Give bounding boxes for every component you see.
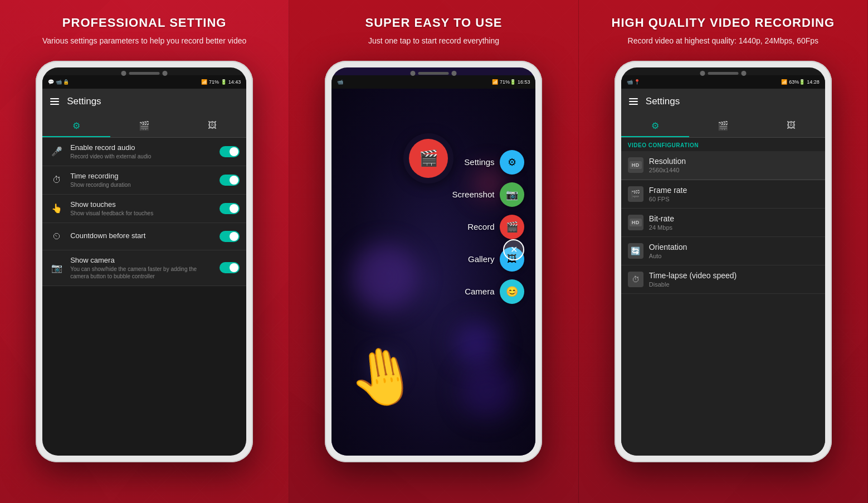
config-bitrate[interactable]: HD Bit-rate 24 Mbps (621, 209, 825, 237)
framerate-icon: 🎬 (628, 186, 643, 202)
phone-3-inner: 📹 📍 📶 63%🔋 14:28 (621, 67, 825, 456)
status-icons-2: 📹 (337, 79, 343, 85)
phone-3-wrapper: 📹 📍 📶 63%🔋 14:28 (615, 58, 832, 503)
hamburger-line-3c (629, 104, 638, 105)
panel-easy: SUPER EASY TO USE Just one tap to start … (289, 0, 578, 503)
panel-3-title: HIGH QUALITY VIDEO RECORDING (612, 16, 835, 30)
touches-text: Show touches Show visual feedback for to… (70, 200, 214, 217)
time-2: 16:53 (518, 79, 530, 85)
panel-1-header: PROFESSIONAL SETTING Various settings pa… (26, 0, 263, 58)
orientation-value: Auto (649, 253, 818, 259)
phone-1-top-deco (121, 71, 168, 76)
touches-name: Show touches (70, 200, 214, 209)
resolution-value: 2560x1440 (649, 167, 818, 173)
resolution-text: Resolution 2560x1440 (649, 157, 818, 173)
panel-quality: HIGH QUALITY VIDEO RECORDING Record vide… (579, 0, 868, 503)
video-config-section: VIDEO CONFIGURATION HD Resolution 2560x1… (621, 138, 825, 456)
tab-video[interactable]: 🎬 (110, 114, 178, 137)
orientation-icon-glyph: 🔄 (631, 246, 640, 255)
framerate-name: Frame rate (649, 186, 818, 195)
main-record-fab[interactable]: 🎬 (403, 133, 453, 183)
settings-list-1: 🎤 Enable record audio Record video with … (42, 138, 246, 286)
phone-2-top-deco (411, 71, 457, 76)
time-desc: Show recording duration (70, 181, 214, 188)
phone-3-dot-left (700, 71, 705, 76)
bitrate-value: 24 Mbps (649, 224, 818, 231)
fab-settings-btn[interactable]: ⚙ (500, 150, 524, 175)
countdown-toggle[interactable] (220, 231, 240, 242)
fab-camera-row: Camera 😊 (465, 279, 524, 304)
framerate-text: Frame rate 60 FPS (649, 186, 818, 202)
main-record-icon: 🎬 (419, 149, 438, 167)
fab-gallery-label: Gallery (468, 254, 495, 264)
wifi-icon-3: 📶 (781, 79, 787, 85)
audio-toggle[interactable] (220, 146, 240, 157)
hamburger-icon-1[interactable] (50, 98, 59, 105)
phone-3-top-deco (700, 71, 746, 76)
panel-1-subtitle: Various settings parameters to help you … (42, 36, 246, 47)
config-orientation[interactable]: 🔄 Orientation Auto (621, 237, 825, 265)
tab-general-3[interactable]: ⚙ (621, 114, 689, 137)
tab-gear-icon: ⚙ (72, 120, 80, 131)
bitrate-icon: HD (628, 215, 643, 230)
battery-1: 71% 🔋 (209, 79, 227, 85)
timelapse-value: Disable (649, 281, 818, 288)
fab-screenshot-btn[interactable]: 📷 (500, 182, 524, 207)
tab-gear-icon-3: ⚙ (651, 120, 659, 131)
phone-3-dot-right (741, 71, 746, 76)
main-record-fab-inner: 🎬 (409, 139, 448, 178)
panel-professional: PROFESSIONAL SETTING Various settings pa… (0, 0, 289, 503)
camera-icon-setting: 📷 (49, 260, 65, 275)
panel-3-header: HIGH QUALITY VIDEO RECORDING Record vide… (595, 0, 851, 58)
touches-icon: 👆 (49, 201, 65, 216)
framerate-value: 60 FPS (649, 196, 818, 202)
tab-gallery[interactable]: 🖼 (178, 114, 246, 137)
tab-gallery-3[interactable]: 🖼 (757, 114, 825, 137)
tab-bar-3: ⚙ 🎬 🖼 (621, 114, 825, 138)
timelapse-text: Time-lapse (video speed) Disable (649, 271, 818, 288)
phone-2-speaker (418, 72, 449, 75)
fab-record-btn[interactable]: 🎬 (500, 215, 524, 239)
fab-record-label: Record (467, 222, 494, 231)
app-title-1: Settings (67, 96, 101, 107)
fab-camera-icon: 😊 (506, 286, 518, 298)
tab-general[interactable]: ⚙ (42, 114, 110, 137)
config-timelapse[interactable]: ⏱ Time-lapse (video speed) Disable (621, 265, 825, 294)
hamburger-line-3 (50, 104, 59, 105)
fab-record-icon: 🎬 (506, 221, 518, 233)
fab-settings-row: Settings ⚙ (464, 150, 524, 175)
tab-video-3[interactable]: 🎬 (689, 114, 757, 137)
camera-toggle[interactable] (220, 262, 240, 273)
close-fab-btn[interactable]: ✕ (503, 239, 524, 260)
section-label: VIDEO CONFIGURATION (621, 138, 825, 151)
settings-item-time: ⏱ Time recording Show recording duration (42, 166, 246, 195)
phone-2-dot-right (452, 71, 457, 76)
fab-settings-label: Settings (464, 157, 494, 167)
time-text: Time recording Show recording duration (70, 172, 214, 188)
config-resolution[interactable]: HD Resolution 2560x1440 (621, 151, 825, 180)
panel-2-subtitle: Just one tap to start record everything (365, 36, 502, 47)
camera-name: Show camera (70, 256, 214, 264)
fab-screenshot-icon: 📷 (506, 188, 518, 201)
app-title-3: Settings (646, 96, 680, 107)
phone-1: 💬 📹 🔒 📶 71% 🔋 14:43 (36, 61, 253, 462)
fab-camera-btn[interactable]: 😊 (500, 279, 524, 304)
hamburger-icon-3[interactable] (629, 98, 638, 105)
tab-gallery-icon: 🖼 (208, 120, 217, 130)
hamburger-line-2 (50, 101, 59, 102)
main-fab-container: 🎬 (403, 133, 453, 186)
phone-1-wrapper: 💬 📹 🔒 📶 71% 🔋 14:43 (36, 58, 253, 503)
status-bar-2: 📹 📶 71%🔋 16:53 (331, 75, 535, 89)
settings-item-touches: 👆 Show touches Show visual feedback for … (42, 195, 246, 223)
touches-toggle[interactable] (220, 203, 240, 214)
time-1: 14:43 (228, 79, 241, 85)
status-bar-1: 💬 📹 🔒 📶 71% 🔋 14:43 (42, 75, 246, 89)
resolution-name: Resolution (649, 157, 818, 166)
config-framerate[interactable]: 🎬 Frame rate 60 FPS (621, 180, 825, 209)
time-name: Time recording (70, 172, 214, 180)
time-toggle[interactable] (220, 175, 240, 186)
phone-2-dot-left (411, 71, 416, 76)
status-bar-3: 📹 📍 📶 63%🔋 14:28 (621, 75, 825, 89)
timelapse-icon: ⏱ (628, 272, 643, 287)
tab-bar-1: ⚙ 🎬 🖼 (42, 114, 246, 138)
